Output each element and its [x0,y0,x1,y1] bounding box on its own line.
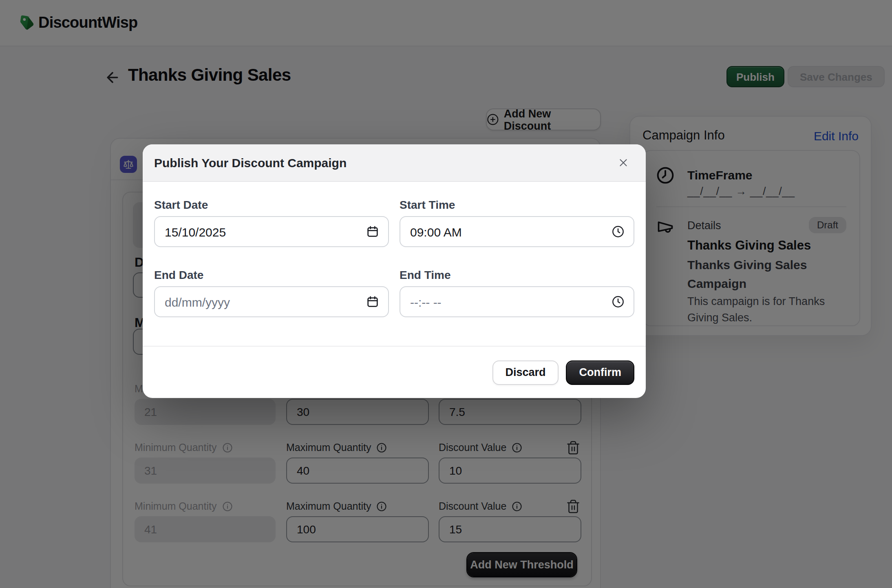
modal-header: Publish Your Discount Campaign [143,144,646,182]
start-time-label: Start Time [400,198,634,211]
publish-campaign-modal: Publish Your Discount Campaign Start Dat… [143,144,646,398]
calendar-icon[interactable] [366,295,379,308]
modal-body: Start Date Start Time End Date [154,198,634,338]
clock-icon[interactable] [612,295,625,308]
end-time-label: End Time [400,268,634,281]
end-date-input[interactable] [154,286,389,317]
start-time-input[interactable] [400,216,634,247]
app-viewport: DiscountWisp Thanks Giving Sales Publish… [0,0,892,588]
end-date-label: End Date [154,268,389,281]
clock-icon[interactable] [612,225,625,238]
discard-button[interactable]: Discard [492,360,559,385]
confirm-button[interactable]: Confirm [566,360,635,385]
start-date-label: Start Date [154,198,389,211]
start-date-input[interactable] [154,216,389,247]
end-time-input[interactable] [400,286,634,317]
modal-title: Publish Your Discount Campaign [154,156,347,170]
modal-footer: Discard Confirm [143,346,646,398]
close-icon [617,157,629,169]
close-button[interactable] [615,155,631,171]
calendar-icon[interactable] [366,225,379,238]
